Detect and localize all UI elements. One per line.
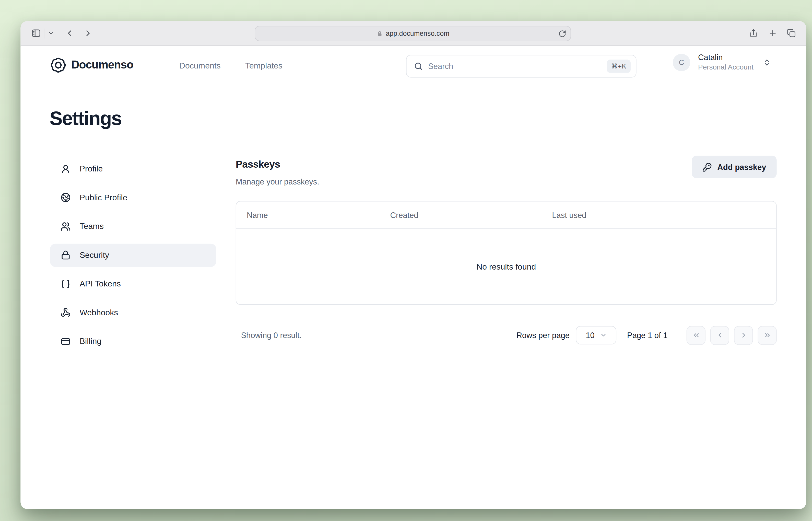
sidebar-item-api-tokens[interactable]: API Tokens xyxy=(50,272,216,295)
sidebar-toggle-icon[interactable] xyxy=(31,28,41,38)
sidebar-item-teams[interactable]: Teams xyxy=(50,214,216,238)
add-passkey-button[interactable]: Add passkey xyxy=(692,156,776,178)
page-title: Settings xyxy=(50,108,121,130)
key-icon xyxy=(703,162,712,172)
brand-wordmark: Documenso xyxy=(71,59,133,72)
pagination-last-button[interactable] xyxy=(758,326,776,345)
chevron-right-icon xyxy=(740,331,747,339)
forward-button[interactable] xyxy=(83,28,93,38)
empty-state-text: No results found xyxy=(236,229,776,305)
settings-nav: Profile Public Profile Teams Security AP… xyxy=(50,157,216,359)
avatar: C xyxy=(673,54,690,71)
desktop-background: app.documenso.com xyxy=(0,0,812,521)
credit-card-icon xyxy=(61,336,70,346)
search-input[interactable] xyxy=(423,62,607,71)
table-footer: Showing 0 result. Rows per page 10 Page … xyxy=(236,325,777,345)
sidebar-item-profile[interactable]: Profile xyxy=(50,157,216,180)
account-menu[interactable]: C Catalin Personal Account xyxy=(673,53,771,72)
new-tab-icon[interactable] xyxy=(768,29,777,38)
reload-icon[interactable] xyxy=(558,30,566,38)
passkeys-section: Passkeys Manage your passkeys. Add passk… xyxy=(236,159,777,391)
address-bar[interactable]: app.documenso.com xyxy=(255,26,571,41)
browser-toolbar: app.documenso.com xyxy=(21,21,806,46)
pagination-prev-button[interactable] xyxy=(710,326,729,345)
chevrons-right-icon xyxy=(763,331,771,339)
braces-icon xyxy=(61,279,70,289)
passkeys-table: Name Created Last used No results found xyxy=(236,201,777,305)
share-icon[interactable] xyxy=(749,28,758,38)
column-header-last-used: Last used xyxy=(541,210,776,220)
search-box[interactable]: ⌘+K xyxy=(406,55,636,78)
sidebar-item-label: API Tokens xyxy=(80,279,121,289)
add-passkey-label: Add passkey xyxy=(717,162,766,172)
nav-documents[interactable]: Documents xyxy=(179,61,221,70)
toolbar-divider xyxy=(44,28,44,38)
rows-per-page-value: 10 xyxy=(586,331,595,340)
search-icon xyxy=(414,62,423,71)
search-shortcut-badge: ⌘+K xyxy=(607,60,631,73)
rows-per-page-select[interactable]: 10 xyxy=(576,326,617,344)
back-button[interactable] xyxy=(65,28,74,38)
account-name: Catalin xyxy=(698,53,753,63)
toolbar-chevron-down-icon[interactable] xyxy=(48,30,54,37)
url-text: app.documenso.com xyxy=(386,30,449,38)
chevron-down-icon xyxy=(600,332,607,339)
sidebar-item-label: Security xyxy=(80,250,109,260)
sidebar-item-label: Teams xyxy=(80,222,104,231)
results-summary: Showing 0 result. xyxy=(236,331,302,340)
chevron-left-icon xyxy=(716,331,724,339)
documenso-logo-icon xyxy=(50,57,66,73)
page-content: Documenso Documents Templates ⌘+K C Cata… xyxy=(21,46,806,509)
nav-templates[interactable]: Templates xyxy=(245,61,282,70)
globe-icon xyxy=(61,192,70,202)
rows-per-page-label: Rows per page xyxy=(516,331,570,340)
sidebar-item-webhooks[interactable]: Webhooks xyxy=(50,301,216,324)
column-header-created: Created xyxy=(379,210,541,220)
tab-overview-icon[interactable] xyxy=(787,28,796,38)
sidebar-item-label: Webhooks xyxy=(80,308,118,317)
app-header: Documenso Documents Templates ⌘+K C Cata… xyxy=(21,46,806,87)
sidebar-item-security[interactable]: Security xyxy=(50,244,216,267)
sidebar-item-public-profile[interactable]: Public Profile xyxy=(50,186,216,209)
page-status: Page 1 of 1 xyxy=(627,331,668,340)
pagination-next-button[interactable] xyxy=(734,326,753,345)
sidebar-item-billing[interactable]: Billing xyxy=(50,330,216,353)
sidebar-item-label: Public Profile xyxy=(80,192,127,202)
pagination xyxy=(687,326,777,345)
webhook-icon xyxy=(61,308,70,317)
users-icon xyxy=(61,221,70,231)
user-icon xyxy=(61,164,70,174)
lock-icon xyxy=(376,30,382,37)
browser-window: app.documenso.com xyxy=(21,21,806,509)
column-header-name: Name xyxy=(236,210,379,220)
sidebar-item-label: Profile xyxy=(80,164,103,174)
section-subtitle: Manage your passkeys. xyxy=(236,177,777,186)
table-header-row: Name Created Last used xyxy=(236,202,776,229)
chevrons-left-icon xyxy=(692,331,700,339)
sidebar-item-label: Billing xyxy=(80,337,101,346)
brand[interactable]: Documenso xyxy=(50,57,133,73)
account-type: Personal Account xyxy=(698,63,753,72)
lock-icon xyxy=(61,250,70,260)
chevrons-up-down-icon xyxy=(763,59,771,66)
pagination-first-button[interactable] xyxy=(687,326,705,345)
